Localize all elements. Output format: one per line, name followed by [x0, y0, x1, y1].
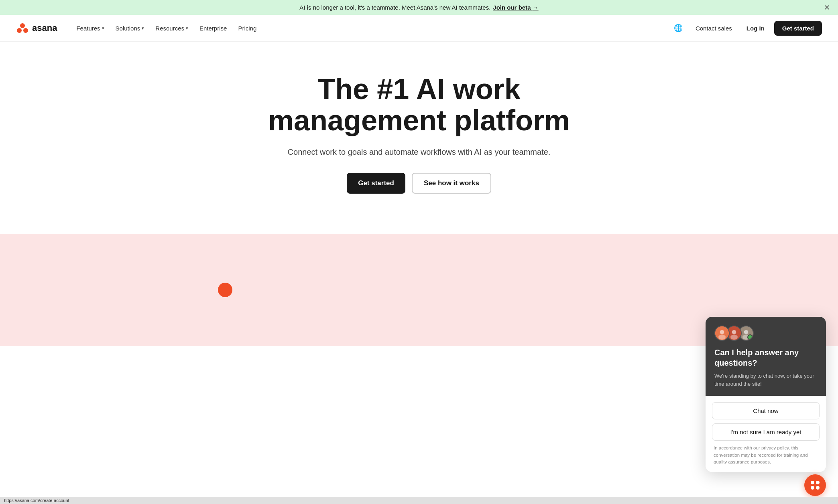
chevron-down-icon: ▾ [186, 26, 188, 31]
chat-avatars [714, 326, 817, 341]
svg-point-1 [17, 28, 22, 33]
navbar: asana Features ▾ Solutions ▾ Resources ▾… [0, 15, 838, 42]
chat-header: Can I help answer any questions? We're s… [706, 317, 826, 346]
svg-point-4 [720, 330, 724, 334]
chat-widget: Can I help answer any questions? We're s… [706, 317, 826, 346]
globe-icon: 🌐 [674, 24, 683, 32]
announcement-cta[interactable]: Join our beta → [493, 4, 538, 11]
hero-section: The #1 AI work management platform Conne… [198, 42, 640, 234]
contact-sales-button[interactable]: Contact sales [691, 22, 737, 35]
svg-point-5 [718, 335, 726, 340]
nav-right: 🌐 Contact sales Log In Get started [671, 20, 822, 36]
svg-point-2 [23, 28, 28, 33]
chevron-down-icon: ▾ [142, 26, 144, 31]
nav-solutions[interactable]: Solutions ▾ [111, 22, 149, 35]
svg-point-0 [20, 23, 25, 28]
language-selector-button[interactable]: 🌐 [671, 20, 686, 36]
avatar [714, 326, 730, 341]
announcement-text: AI is no longer a tool, it's a teammate.… [299, 4, 490, 11]
nav-enterprise[interactable]: Enterprise [195, 22, 232, 35]
hero-headline: The #1 AI work management platform [214, 74, 624, 136]
announcement-close-button[interactable]: ✕ [824, 3, 830, 12]
nav-resources[interactable]: Resources ▾ [151, 22, 193, 35]
svg-point-8 [730, 335, 738, 340]
chevron-down-icon: ▾ [102, 26, 104, 31]
see-how-it-works-button[interactable]: See how it works [412, 173, 491, 194]
nav-pricing[interactable]: Pricing [233, 22, 261, 35]
svg-point-10 [744, 330, 749, 334]
svg-point-11 [742, 335, 750, 340]
hero-buttons: Get started See how it works [214, 173, 624, 194]
online-indicator [749, 336, 753, 340]
logo-icon [16, 22, 29, 34]
logo[interactable]: asana [16, 22, 57, 34]
get-started-hero-button[interactable]: Get started [347, 173, 405, 194]
announcement-bar: AI is no longer a tool, it's a teammate.… [0, 0, 838, 15]
svg-point-7 [732, 330, 736, 334]
get-started-nav-button[interactable]: Get started [774, 21, 822, 36]
avatar-image [715, 326, 729, 341]
decorative-dot [218, 283, 232, 297]
login-button[interactable]: Log In [742, 22, 769, 35]
hero-subtext: Connect work to goals and automate workf… [214, 148, 624, 157]
nav-features[interactable]: Features ▾ [71, 22, 109, 35]
nav-links: Features ▾ Solutions ▾ Resources ▾ Enter… [71, 22, 671, 35]
